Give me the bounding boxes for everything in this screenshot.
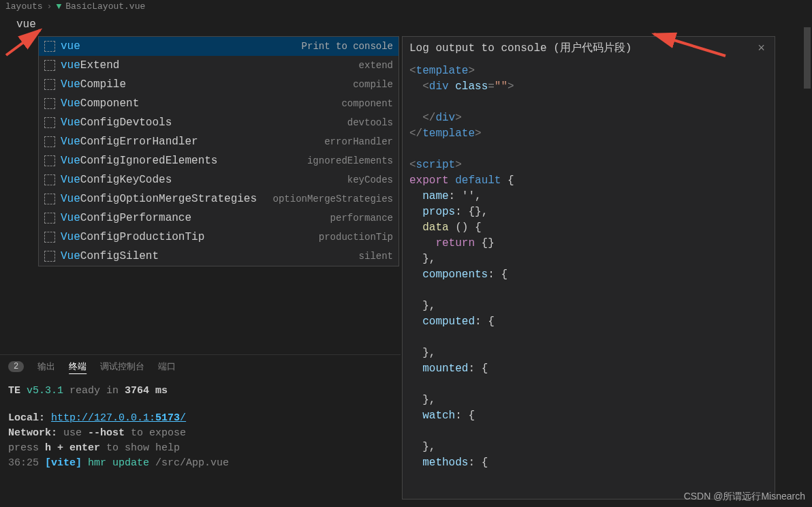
suggestion-label: VueConfigProductionTip — [61, 229, 319, 245]
suggestion-label: VueConfigOptionMergeStrategies — [61, 191, 273, 207]
suggestion-label: VueComponent — [61, 95, 341, 112]
snippet-icon — [44, 194, 55, 204]
snippet-icon — [44, 155, 55, 166]
snippet-icon — [44, 213, 55, 224]
suggestion-detail: keyCodes — [347, 172, 393, 188]
suggestion-label: VueConfigKeyCodes — [61, 172, 347, 188]
vite-label: TE — [8, 385, 20, 397]
suggestion-item[interactable]: VueConfigKeyCodeskeyCodes — [39, 170, 399, 189]
terminal-tab[interactable]: 终端 — [69, 360, 87, 373]
scrollbar-thumb[interactable] — [804, 27, 811, 89]
editor-typed-text: vue — [16, 18, 36, 31]
terminal-tab[interactable]: 调试控制台 — [100, 360, 144, 373]
breadcrumb-file[interactable]: BasicLayout.vue — [65, 1, 145, 12]
doc-code-preview: <template> <div class=""> </div></templa… — [403, 59, 775, 475]
suggestion-detail: productionTip — [319, 229, 393, 245]
suggestion-detail: performance — [330, 210, 393, 226]
suggestion-item[interactable]: VueConfigIgnoredElementsignoredElements — [39, 151, 399, 170]
watermark: CSDN @所谓远行Misnearch — [684, 491, 805, 503]
snippet-icon — [44, 79, 55, 90]
suggestion-label: VueConfigIgnoredElements — [61, 153, 307, 169]
chevron-right-icon: › — [47, 1, 52, 12]
suggestion-item[interactable]: VueConfigSilentsilent — [39, 247, 399, 266]
editor[interactable]: vue vuePrint to consolevueExtendextendVu… — [0, 13, 812, 354]
snippet-icon — [44, 251, 55, 262]
problems-badge[interactable]: 2 — [8, 361, 24, 372]
suggestion-detail: silent — [359, 248, 393, 264]
suggestion-label: VueConfigSilent — [61, 248, 359, 264]
suggestion-item[interactable]: vueExtendextend — [39, 56, 399, 75]
snippet-icon — [44, 41, 55, 52]
snippet-icon — [44, 98, 55, 109]
suggestion-detail: devtools — [347, 114, 393, 131]
suggestion-label: VueConfigPerformance — [61, 210, 330, 226]
suggestion-detail: ignoredElements — [307, 153, 393, 169]
snippet-icon — [44, 232, 55, 243]
suggestion-label: VueConfigErrorHandler — [61, 134, 324, 150]
suggestion-detail: compile — [353, 76, 393, 93]
terminal-tab[interactable]: 输出 — [37, 360, 55, 373]
suggestion-label: vueExtend — [61, 57, 359, 74]
suggestion-item[interactable]: VueConfigProductionTipproductionTip — [39, 228, 399, 247]
doc-title: Log output to console (用户代码片段) — [409, 41, 631, 55]
suggestion-label: vue — [61, 38, 302, 55]
suggestion-item[interactable]: VueComponentcomponent — [39, 94, 399, 113]
suggestion-detail: errorHandler — [324, 134, 393, 150]
close-icon[interactable]: × — [755, 42, 768, 55]
terminal-tab[interactable]: 端口 — [158, 360, 176, 373]
terminal-tabs: 2 输出终端调试控制台端口 — [0, 355, 401, 378]
suggestion-item[interactable]: VueConfigPerformanceperformance — [39, 209, 399, 228]
suggestion-item[interactable]: vuePrint to console — [39, 37, 399, 56]
snippet-icon — [44, 174, 55, 185]
vue-file-icon: ▼ — [56, 1, 61, 12]
suggestion-item[interactable]: VueConfigDevtoolsdevtools — [39, 113, 399, 132]
breadcrumb-folder[interactable]: layouts — [5, 1, 43, 12]
suggestion-detail: component — [341, 95, 393, 112]
suggestion-item[interactable]: VueConfigErrorHandlererrorHandler — [39, 132, 399, 151]
terminal-panel: 2 输出终端调试控制台端口 TE v5.3.1 ready in 3764 ms… — [0, 354, 401, 507]
suggestion-list[interactable]: vuePrint to consolevueExtendextendVueCom… — [38, 36, 399, 266]
suggestion-detail: optionMergeStrategies — [273, 191, 393, 207]
snippet-icon — [44, 136, 55, 147]
suggestion-label: VueCompile — [61, 76, 353, 93]
scrollbar[interactable] — [804, 27, 811, 491]
terminal-output[interactable]: TE v5.3.1 ready in 3764 ms Local: http:/… — [0, 378, 401, 476]
local-url[interactable]: http://127.0.0.1:5173/ — [51, 412, 186, 424]
suggestion-item[interactable]: VueConfigOptionMergeStrategiesoptionMerg… — [39, 189, 399, 209]
breadcrumb: layouts › ▼ BasicLayout.vue — [0, 0, 812, 13]
snippet-icon — [44, 60, 55, 71]
snippet-icon — [44, 117, 55, 128]
suggestion-item[interactable]: VueCompilecompile — [39, 75, 399, 94]
suggestion-detail: extend — [359, 57, 393, 74]
suggestion-label: VueConfigDevtools — [61, 114, 347, 131]
suggestion-detail: Print to console — [302, 38, 393, 55]
documentation-panel: Log output to console (用户代码片段) × <templa… — [402, 36, 775, 500]
